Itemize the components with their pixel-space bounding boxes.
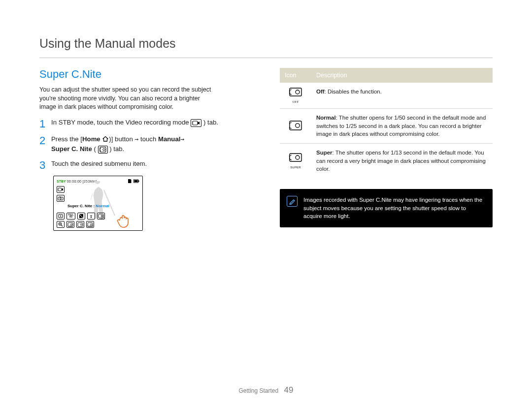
svg-rect-0 [193,121,198,125]
table-row: Normal: The shutter opens for 1/50 secon… [280,109,493,144]
pointing-hand-icon [116,213,133,229]
table-header-row: Icon Description [280,68,493,83]
cnite-normal-option [76,221,84,228]
footer-page-number: 49 [284,385,294,395]
opt-title: Off [316,89,325,94]
preview-label: Super C. Nite : Normal [67,204,109,208]
step-number: 3 [39,159,46,171]
arrow-icon: → [180,134,184,144]
opt-body: : The shutter opens for 1/50 second in t… [316,115,486,137]
preview-label-value: Normal [96,204,109,208]
th-icon: Icon [280,68,311,83]
step2-a: Press the [ [51,135,82,143]
preview-label-text: Super C. Nite : [67,204,95,208]
step2-f: ) tab. [109,145,124,153]
options-table: Icon Description OFF Off: Disables the f… [280,68,493,178]
opt-body: : Disables the function. [325,89,382,94]
preview-row2: FULL HD +- OFF [57,213,105,219]
table-row: SUPER Super: The shutter opens for 1/13 … [280,144,493,179]
photo-mode-icon [57,195,65,202]
svg-point-30 [296,123,299,127]
opt-body: : The shutter opens for 1/13 second in t… [316,150,486,172]
title-divider [39,58,493,58]
step-body: Touch the desired submenu item. [51,159,256,169]
option-super-desc: Super: The shutter opens for 1/13 second… [311,144,493,179]
opt-title: Super [316,150,332,156]
manual-page: Using the Manual modes Super C.Nite You … [0,0,532,406]
table-row: OFF Off: Disables the function. [280,83,493,109]
off-sublabel: OFF [285,100,306,103]
fullhd-icon: FULL HD [66,213,75,219]
svg-point-26 [101,216,103,218]
intro-paragraph: You can adjust the shutter speed so you … [39,86,256,112]
off-sublabel: OFF [67,226,74,228]
option-off-desc: Off: Disables the function. [311,83,493,109]
svg-point-28 [296,90,299,94]
step2-e: ( [92,145,96,153]
cnite-icon [98,146,108,154]
option-normal-desc: Normal: The shutter opens for 1/50 secon… [311,109,493,144]
step-1: 1 In STBY mode, touch the Video recordin… [39,118,256,129]
preview-top-right [127,179,139,184]
focus-icon: OFF [87,213,95,219]
cnite-super-option: SUPER [86,221,94,228]
option-super-icon: SUPER [280,144,311,179]
option-normal-icon [280,109,311,144]
note-text: Images recorded with Super C.Nite may ha… [303,196,486,220]
svg-point-18 [80,224,82,225]
th-description: Description [311,68,493,83]
svg-rect-7 [58,197,63,200]
svg-rect-4 [138,181,139,182]
svg-point-32 [296,156,299,159]
left-column: Super C.Nite You can adjust the shutter … [39,68,256,231]
svg-point-2 [102,149,104,151]
svg-rect-5 [134,180,138,182]
step2-c: touch [138,135,158,143]
option-off-icon: OFF [280,83,311,109]
play-icon [57,213,65,219]
two-column-layout: Super C.Nite You can adjust the shutter … [39,68,493,231]
step-body: In STBY mode, touch the Video recording … [51,118,256,127]
step2-super: Super C. Nite [51,145,92,153]
fullhd-label: FULL HD [68,214,74,219]
step2-b: )] button [109,135,134,143]
note-box: Images recorded with Super C.Nite may ha… [280,189,493,227]
svg-line-10 [104,190,115,216]
cnite-off-option: OFF [66,221,74,228]
svg-rect-6 [58,188,62,191]
battery-icon [133,179,139,183]
svg-rect-9 [60,197,61,198]
step-2: 2 Press the [Home )] button → touch Manu… [39,134,256,155]
camera-screen-preview: STBY 00:00:00 [253Min] Super C. Nite : [53,176,143,231]
exposure-icon: +- [77,213,85,219]
home-icon [102,136,109,142]
page-footer: Getting Started 49 [0,385,532,395]
step-number: 2 [39,134,46,146]
step1-text-c: ) tab. [203,119,218,126]
step-body: Press the [Home )] button → touch Manual… [51,134,256,155]
video-mode-icon [191,119,201,127]
svg-line-12 [61,225,63,227]
super-sublabel: SUPER [87,226,94,228]
svg-point-8 [60,198,61,199]
sd-icon [127,179,132,184]
off-sublabel2: OFF [100,218,104,220]
step2-manual: Manual [158,135,180,143]
step2-home: Home [82,135,100,143]
video-mode-icon [57,186,65,193]
step-3: 3 Touch the desired submenu item. [39,159,256,171]
super-sublabel: SUPER [285,166,306,169]
step1-text-a: In STBY mode, touch the Video recording … [51,119,189,126]
preview-left-icons [57,186,65,202]
svg-text:-: - [82,216,82,218]
section-subheading: Super C.Nite [39,68,256,81]
step-number: 1 [39,118,46,129]
opt-title: Normal [316,115,336,121]
stby-label: STBY [57,180,66,183]
zoom-icon [57,221,65,228]
note-icon [287,196,298,207]
right-column: Icon Description OFF Off: Disables the f… [280,68,493,231]
page-title: Using the Manual modes [39,36,493,51]
footer-section: Getting Started [239,387,279,394]
